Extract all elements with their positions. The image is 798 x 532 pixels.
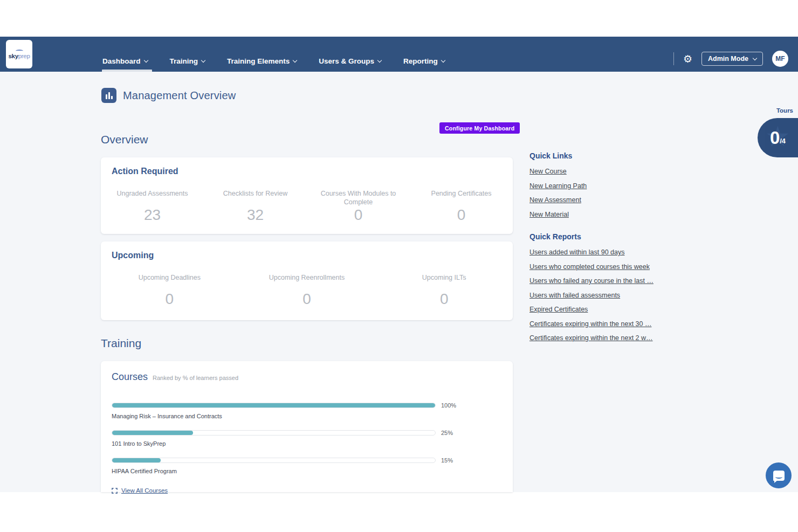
nav-item-label: Dashboard (102, 57, 141, 65)
report-certificates-expiring-2w[interactable]: Certificates expiring within the next 2 … (529, 334, 659, 342)
tours-label: Tours (776, 107, 793, 114)
bar-value-label: 100% (441, 402, 456, 409)
stat-value: 23 (144, 206, 161, 224)
bar-fill (112, 431, 193, 435)
chevron-down-icon (377, 58, 382, 63)
report-users-failed-assessments[interactable]: Users with failed assessments (529, 292, 659, 299)
bar-group: 25% 101 Intro to SkyPrep (112, 430, 513, 447)
stat-checklists-for-review: Checklists for Review 32 (204, 189, 307, 224)
bar-track (112, 403, 436, 408)
courses-card-title: Courses (112, 371, 148, 383)
stat-value: 0 (457, 206, 466, 224)
nav-item-users-groups[interactable]: Users & Groups (319, 57, 381, 66)
courses-card-header: Courses Ranked by % of learners passed (101, 361, 513, 383)
quick-links-section: Quick Links New Course New Learning Path… (529, 151, 659, 225)
user-avatar[interactable]: MF (772, 51, 788, 67)
stat-ungraded-assessments: Ungraded Assessments 23 (101, 189, 204, 224)
report-users-added-90-days[interactable]: Users added within last 90 days (529, 248, 659, 256)
stat-upcoming-reenrollments: Upcoming Reenrollments 0 (238, 273, 376, 308)
stat-label: Courses With Modules to Complete (318, 189, 399, 206)
view-all-courses-link[interactable]: View All Courses (121, 487, 168, 494)
link-new-assessment[interactable]: New Assessment (529, 196, 659, 204)
quick-reports-section: Quick Reports Users added within last 90… (529, 232, 659, 349)
nav-item-label: Training (170, 57, 198, 65)
nav-item-dashboard[interactable]: Dashboard (102, 57, 148, 66)
stat-label: Pending Certificates (431, 189, 492, 198)
stat-label: Upcoming Reenrollments (269, 273, 345, 282)
bar-group: 15% HIPAA Certified Program (112, 457, 513, 474)
action-required-card: Action Required Ungraded Assessments 23 … (101, 157, 513, 234)
courses-card: Courses Ranked by % of learners passed 1… (101, 361, 513, 492)
stat-value: 0 (166, 291, 174, 308)
page-title: Management Overview (123, 89, 236, 102)
navbar-right-cluster: ⚙ Admin Mode MF (673, 51, 788, 67)
link-new-learning-path[interactable]: New Learning Path (529, 182, 659, 190)
overview-heading: Overview (101, 133, 148, 146)
bar-value-label: 15% (441, 457, 453, 464)
bar-fill (112, 403, 435, 407)
nav-item-training-elements[interactable]: Training Elements (227, 57, 297, 66)
stat-courses-modules-to-complete: Courses With Modules to Complete 0 (307, 189, 410, 224)
expand-icon (112, 488, 118, 494)
nav-item-label: Reporting (403, 57, 438, 65)
tours-badge[interactable]: ★ 0 /4 (758, 118, 798, 157)
upcoming-card: Upcoming Upcoming Deadlines 0 Upcoming R… (101, 241, 513, 320)
tours-total: /4 (780, 137, 786, 145)
stats-row: Upcoming Deadlines 0 Upcoming Reenrollme… (101, 273, 513, 308)
bar-category-label: Managing Risk – Insurance and Contracts (112, 413, 513, 419)
bar-fill (112, 458, 161, 462)
navbar-divider (673, 52, 674, 65)
chevron-down-icon (293, 58, 297, 63)
bar-track (112, 458, 436, 463)
bar-group: 100% Managing Risk – Insurance and Contr… (112, 402, 513, 419)
bar-category-label: 101 Intro to SkyPrep (112, 440, 513, 447)
card-title: Upcoming (101, 241, 513, 260)
bar-category-label: HIPAA Certified Program (112, 468, 513, 474)
page-title-row: Management Overview (101, 88, 236, 103)
link-new-course[interactable]: New Course (529, 168, 659, 175)
top-navbar: skyprep Dashboard Training Training Elem… (0, 37, 798, 72)
training-heading: Training (101, 337, 141, 350)
stat-pending-certificates: Pending Certificates 0 (410, 189, 513, 224)
stat-label: Checklists for Review (223, 189, 287, 198)
admin-mode-label: Admin Mode (708, 55, 748, 63)
chevron-down-icon (753, 56, 757, 60)
chat-bubble-icon (773, 471, 785, 481)
logo-swoosh-icon (16, 50, 23, 52)
chat-launcher-button[interactable] (766, 462, 792, 488)
nav-menu: Dashboard Training Training Elements Use… (102, 57, 445, 66)
report-users-failed-any-course[interactable]: Users who failed any course in the last … (529, 277, 659, 285)
stat-upcoming-ilts: Upcoming ILTs 0 (375, 273, 513, 308)
view-all-courses-row: View All Courses (101, 485, 513, 494)
stat-value: 0 (302, 291, 311, 308)
nav-item-training[interactable]: Training (170, 57, 205, 66)
chevron-down-icon (441, 58, 445, 63)
stat-label: Upcoming ILTs (422, 273, 466, 282)
stat-value: 0 (354, 206, 363, 224)
configure-dashboard-button[interactable]: Configure My Dashboard (439, 122, 520, 134)
quick-links-heading: Quick Links (529, 151, 659, 160)
chevron-down-icon (201, 58, 205, 63)
tours-count: 0 (770, 128, 780, 148)
page: skyprep Dashboard Training Training Elem… (0, 0, 798, 532)
nav-item-label: Users & Groups (319, 57, 374, 65)
courses-bar-chart: 100% Managing Risk – Insurance and Contr… (101, 383, 513, 474)
stat-value: 32 (247, 206, 264, 224)
report-users-completed-this-week[interactable]: Users who completed courses this week (529, 263, 659, 271)
report-certificates-expiring-30[interactable]: Certificates expiring within the next 30… (529, 320, 659, 328)
nav-item-reporting[interactable]: Reporting (403, 57, 445, 66)
skyprep-logo[interactable]: skyprep (6, 40, 32, 68)
bar-track (112, 430, 436, 436)
stat-upcoming-deadlines: Upcoming Deadlines 0 (101, 273, 238, 308)
stats-row: Ungraded Assessments 23 Checklists for R… (101, 189, 513, 224)
admin-mode-button[interactable]: Admin Mode (701, 52, 763, 66)
gear-icon[interactable]: ⚙ (683, 54, 692, 64)
card-title: Action Required (101, 157, 513, 176)
stat-value: 0 (440, 291, 449, 308)
link-new-material[interactable]: New Material (529, 211, 659, 218)
chevron-down-icon (143, 58, 148, 63)
stat-label: Upcoming Deadlines (139, 273, 201, 282)
courses-card-subtitle: Ranked by % of learners passed (153, 375, 238, 381)
logo-text: skyprep (8, 53, 30, 59)
report-expired-certificates[interactable]: Expired Certificates (529, 306, 659, 313)
